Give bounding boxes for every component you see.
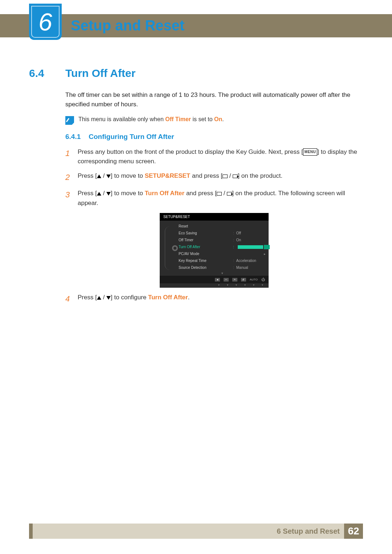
enter-icon bbox=[233, 175, 238, 178]
step-4: 4 Press [ / ] to configure Turn Off Afte… bbox=[65, 293, 363, 305]
down-arrow-icon bbox=[106, 296, 111, 300]
osd-title: SETUP&RESET bbox=[160, 213, 269, 221]
step-1: 1 Press any button on the front of the p… bbox=[65, 147, 363, 167]
enter-icon bbox=[227, 192, 232, 196]
note-text: This menu is available only when Off Tim… bbox=[78, 116, 224, 123]
up-arrow-icon bbox=[97, 296, 101, 300]
up-arrow-icon bbox=[97, 175, 101, 178]
chapter-title: Setup and Reset bbox=[71, 17, 184, 34]
source-icon bbox=[217, 192, 222, 196]
down-arrow-icon bbox=[106, 192, 111, 196]
osd-plus-icon: + bbox=[232, 278, 237, 282]
chapter-number: 6 bbox=[38, 9, 52, 34]
osd-enter-icon: ↲ bbox=[241, 278, 246, 282]
section-number: 6.4 bbox=[29, 67, 51, 79]
osd-power-icon: ⏻ bbox=[261, 278, 265, 282]
step-2: 2 Press [ / ] to move to SETUP&RESET and… bbox=[65, 171, 363, 184]
up-arrow-icon bbox=[97, 192, 101, 196]
note-icon bbox=[65, 116, 74, 125]
menu-button-icon: MENU bbox=[303, 148, 317, 156]
section-intro: The off timer can be set within a range … bbox=[65, 90, 363, 110]
chapter-tab: 6 bbox=[29, 4, 62, 40]
footer-page-number: 62 bbox=[344, 524, 363, 539]
section-title: Turn Off After bbox=[65, 67, 135, 79]
step-3: 3 Press [ / ] to move to Turn Off After … bbox=[65, 189, 363, 208]
note: This menu is available only when Off Tim… bbox=[65, 116, 363, 125]
down-arrow-icon bbox=[106, 175, 111, 178]
footer-chapter: 6 Setup and Reset bbox=[277, 527, 340, 535]
source-icon bbox=[222, 175, 228, 178]
osd-auto-label: AUTO bbox=[250, 278, 258, 281]
step-list: 1 Press any button on the front of the p… bbox=[65, 147, 363, 305]
osd-back-icon: ◂ bbox=[215, 278, 220, 282]
subsection-number: 6.4.1 bbox=[65, 133, 81, 141]
gear-icon bbox=[172, 245, 178, 251]
subsection-title: Configuring Turn Off After bbox=[89, 133, 174, 141]
osd-minus-icon: − bbox=[224, 278, 229, 282]
footer-bar: 6 Setup and Reset 62 bbox=[29, 524, 363, 539]
osd-screenshot: SETUP&RESET Reset Eco Saving:Off Off Tim… bbox=[160, 213, 269, 288]
